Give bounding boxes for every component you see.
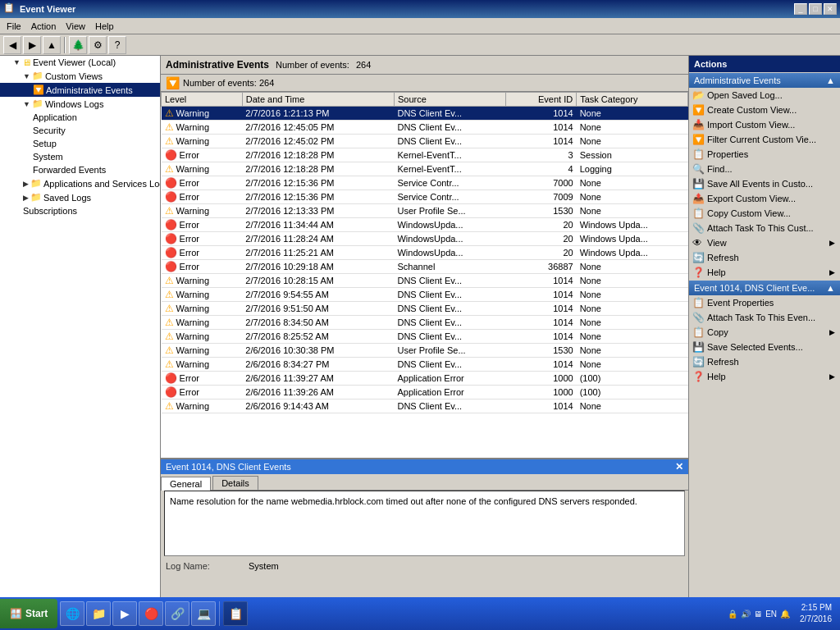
table-row[interactable]: ⚠ Warning 2/6/2016 10:30:38 PM User Prof… <box>162 344 688 358</box>
warning-icon: ⚠ <box>165 317 174 328</box>
action-item-find-[interactable]: 🔍 Find... <box>689 162 840 176</box>
action-item-attach-task-to-this-cust-[interactable]: 📎 Attach Task To This Cust... <box>689 221 840 235</box>
action-item-save-all-events-in-custo-[interactable]: 💾 Save All Events in Custo... <box>689 176 840 191</box>
tab-general[interactable]: General <box>161 477 211 491</box>
tree-system-label: System <box>33 152 63 162</box>
action-item-save-selected-events-[interactable]: 💾 Save Selected Events... <box>689 340 840 354</box>
detail-close-button[interactable]: ✕ <box>675 461 683 472</box>
table-row[interactable]: ⚠ Warning 2/7/2016 9:54:55 AM DNS Client… <box>162 288 688 302</box>
maximize-button[interactable]: □ <box>809 3 822 15</box>
taskbar-ps-button[interactable]: 💻 <box>191 601 216 626</box>
table-row[interactable]: ⚠ Warning 2/7/2016 12:13:33 PM User Prof… <box>162 204 688 218</box>
table-row[interactable]: 🔴 Error 2/7/2016 12:15:36 PM Service Con… <box>162 190 688 204</box>
menu-action[interactable]: Action <box>26 20 62 33</box>
tree-forwarded[interactable]: Forwarded Events <box>0 163 160 176</box>
up-button[interactable]: ▲ <box>43 36 61 54</box>
warning-icon: ⚠ <box>165 400 174 412</box>
col-taskcategory[interactable]: Task Category <box>577 93 688 107</box>
table-row[interactable]: 🔴 Error 2/7/2016 12:15:36 PM Service Con… <box>162 176 688 190</box>
actions-section1: 📂 Open Saved Log...🔽 Create Custom View.… <box>689 88 840 280</box>
menu-view[interactable]: View <box>61 20 90 33</box>
tree-admin-events[interactable]: 🔽 Administrative Events <box>0 83 160 97</box>
col-source[interactable]: Source <box>394 93 505 107</box>
action-item-refresh[interactable]: 🔄 Refresh <box>689 354 840 369</box>
table-row[interactable]: ⚠ Warning 2/7/2016 1:21:13 PM DNS Client… <box>162 107 688 121</box>
tree-app-services[interactable]: ▶ 📁 Applications and Services Logs <box>0 176 160 190</box>
table-row[interactable]: ⚠ Warning 2/6/2016 9:14:43 AM DNS Client… <box>162 399 688 413</box>
action-item-attach-task-to-this-even-[interactable]: 📎 Attach Task To This Even... <box>689 310 840 325</box>
action-item-create-custom-view-[interactable]: 🔽 Create Custom View... <box>689 103 840 117</box>
action-item-copy[interactable]: 📋 Copy▶ <box>689 325 840 340</box>
col-eventid[interactable]: Event ID <box>505 93 576 107</box>
tree-setup[interactable]: Setup <box>0 137 160 150</box>
taskbar-chrome-button[interactable]: 🔴 <box>139 601 163 626</box>
cell-task: Logging <box>577 162 688 176</box>
action-item-help[interactable]: ❓ Help▶ <box>689 265 840 280</box>
table-row[interactable]: ⚠ Warning 2/7/2016 8:25:52 AM DNS Client… <box>162 330 688 344</box>
table-wrapper[interactable]: Level Date and Time Source Event ID Task… <box>161 92 688 458</box>
cell-eventid: 1014 <box>505 121 576 135</box>
table-row[interactable]: 🔴 Error 2/7/2016 12:18:28 PM Kernel-Even… <box>162 148 688 162</box>
properties-button[interactable]: ⚙ <box>89 36 107 54</box>
action-item-properties[interactable]: 📋 Properties <box>689 147 840 162</box>
tree-system[interactable]: System <box>0 150 160 163</box>
action-item-filter-current-custom-vie-[interactable]: 🔽 Filter Current Custom Vie... <box>689 132 840 147</box>
tree-custom-views[interactable]: ▼ 📁 Custom Views <box>0 69 160 83</box>
tab-details[interactable]: Details <box>212 476 258 490</box>
table-row[interactable]: 🔴 Error 2/7/2016 11:28:24 AM WindowsUpda… <box>162 232 688 246</box>
table-row[interactable]: ⚠ Warning 2/7/2016 12:45:05 PM DNS Clien… <box>162 121 688 135</box>
tree-application[interactable]: Application <box>0 111 160 124</box>
menu-help[interactable]: Help <box>90 20 119 33</box>
table-row[interactable]: ⚠ Warning 2/7/2016 12:45:02 PM DNS Clien… <box>162 135 688 148</box>
table-row[interactable]: ⚠ Warning 2/7/2016 9:51:50 AM DNS Client… <box>162 302 688 316</box>
taskbar-media-button[interactable]: ▶ <box>112 601 137 626</box>
table-row[interactable]: 🔴 Error 2/6/2016 11:39:26 AM Application… <box>162 386 688 399</box>
back-button[interactable]: ◀ <box>3 36 21 54</box>
help-button[interactable]: ? <box>108 36 126 54</box>
cell-level: ⚠ Warning <box>162 288 243 302</box>
action-label: Event Properties <box>707 298 774 308</box>
table-row[interactable]: ⚠ Warning 2/7/2016 8:34:50 AM DNS Client… <box>162 316 688 330</box>
table-row[interactable]: ⚠ Warning 2/7/2016 10:28:15 AM DNS Clien… <box>162 274 688 288</box>
cell-eventid: 36887 <box>505 260 576 274</box>
table-row[interactable]: ⚠ Warning 2/7/2016 12:18:28 PM Kernel-Ev… <box>162 162 688 176</box>
col-datetime[interactable]: Date and Time <box>242 93 394 107</box>
taskbar-ie-button[interactable]: 🌐 <box>60 601 84 626</box>
show-hide-tree-button[interactable]: 🌲 <box>69 36 87 54</box>
start-button[interactable]: 🪟 Start <box>0 599 57 628</box>
tree-root[interactable]: ▼ 🖥 Event Viewer (Local) <box>0 56 160 69</box>
action-icon: ❓ <box>692 267 705 278</box>
menu-file[interactable]: File <box>2 20 26 33</box>
action-item-event-properties[interactable]: 📋 Event Properties <box>689 295 840 310</box>
events-table-container[interactable]: Level Date and Time Source Event ID Task… <box>161 92 688 458</box>
table-row[interactable]: ⚠ Warning 2/6/2016 8:34:27 PM DNS Client… <box>162 358 688 372</box>
table-row[interactable]: 🔴 Error 2/6/2016 11:39:27 AM Application… <box>162 372 688 386</box>
start-label: Start <box>25 608 48 619</box>
taskbar-eventviewer-button[interactable]: 📋 <box>223 601 248 626</box>
tree-windows-logs[interactable]: ▼ 📁 Windows Logs <box>0 97 160 111</box>
taskbar-network-button[interactable]: 🔗 <box>165 601 189 626</box>
action-item-help[interactable]: ❓ Help▶ <box>689 369 840 384</box>
forward-button[interactable]: ▶ <box>23 36 41 54</box>
action-label: Copy <box>707 327 728 337</box>
close-button[interactable]: ✕ <box>824 3 837 15</box>
tree-subscriptions[interactable]: Subscriptions <box>0 204 160 217</box>
taskbar-folder-button[interactable]: 📁 <box>86 601 111 626</box>
cell-level: ⚠ Warning <box>162 344 243 358</box>
tree-security[interactable]: Security <box>0 124 160 137</box>
table-row[interactable]: 🔴 Error 2/7/2016 11:34:44 AM WindowsUpda… <box>162 218 688 232</box>
table-row[interactable]: 🔴 Error 2/7/2016 10:29:18 AM Schannel 36… <box>162 260 688 274</box>
tree-app-services-label: Applications and Services Logs <box>43 179 161 189</box>
action-item-refresh[interactable]: 🔄 Refresh <box>689 250 840 265</box>
action-item-open-saved-log-[interactable]: 📂 Open Saved Log... <box>689 88 840 103</box>
action-item-import-custom-view-[interactable]: 📥 Import Custom View... <box>689 117 840 132</box>
table-row[interactable]: 🔴 Error 2/7/2016 11:25:21 AM WindowsUpda… <box>162 246 688 260</box>
col-level[interactable]: Level <box>162 93 243 107</box>
cell-task: None <box>577 121 688 135</box>
minimize-button[interactable]: _ <box>794 3 807 15</box>
action-item-export-custom-view-[interactable]: 📤 Export Custom View... <box>689 191 840 206</box>
action-item-view[interactable]: 👁 View▶ <box>689 235 840 250</box>
action-item-copy-custom-view-[interactable]: 📋 Copy Custom View... <box>689 206 840 221</box>
cell-level: ⚠ Warning <box>162 399 243 413</box>
tree-saved-logs[interactable]: ▶ 📁 Saved Logs <box>0 190 160 204</box>
